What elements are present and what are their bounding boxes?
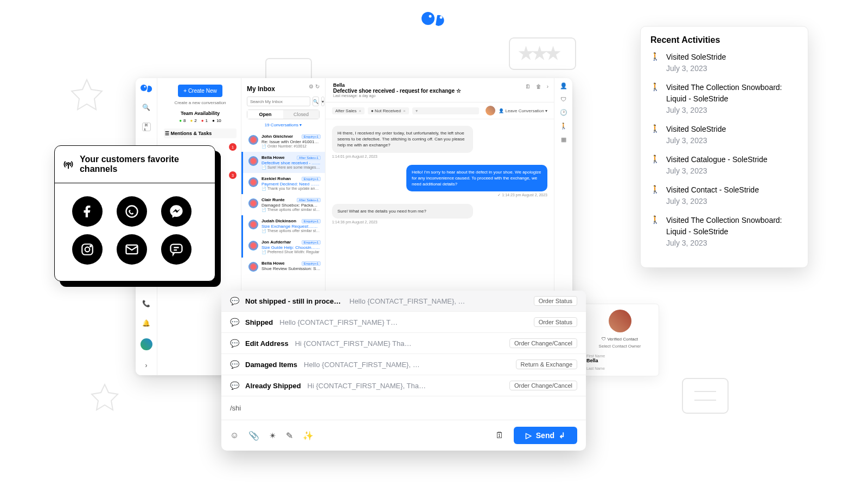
conversation-count[interactable]: 19 Conversations ▾ [241, 123, 325, 127]
message-bubble: Hello! I'm sorry to hear about the defec… [406, 165, 547, 192]
user-avatar[interactable] [141, 338, 152, 350]
avatar-icon [248, 198, 258, 208]
quick-reply-row[interactable]: 💬 Damaged Items Hello {CONTACT_FIRST_NAM… [221, 354, 586, 375]
sms-icon[interactable] [161, 234, 192, 265]
avatar-icon [248, 220, 258, 229]
quick-reply-row[interactable]: 💬 Already Shipped Hi {CONTACT_FIRST_NAME… [221, 375, 586, 396]
thread-subject: Defective shoe received - request for ex… [333, 88, 546, 94]
channels-card: Your customers favorite channels [54, 145, 215, 281]
create-new-button[interactable]: + Create New [178, 85, 222, 97]
activity-item: 🚶 Visited The Collection Snowboard: Liqu… [650, 215, 798, 249]
activity-item: 🚶 Visited SoleStrideJuly 3, 2023 [650, 124, 798, 146]
brand-mark-icon [141, 84, 152, 92]
mentions-tasks[interactable]: ☰ Mentions & Tasks [164, 129, 237, 138]
thread-last-message: Last message: a day ago [333, 94, 546, 98]
search-input[interactable] [247, 97, 310, 106]
reply-icon: 💬 [230, 297, 239, 305]
svg-point-4 [422, 12, 435, 25]
create-subtext: Create a new conversation [164, 100, 237, 105]
message-time: ✓ 1:14:23 pm August 2, 2023 [332, 193, 547, 197]
email-icon[interactable] [117, 234, 147, 265]
thread-contact-name: Bella [333, 82, 546, 88]
conversation-item[interactable]: Judah DickinsonEnquiry+1 Size Exchange R… [241, 215, 325, 236]
avatar-icon [248, 177, 258, 187]
composer-input[interactable]: /shi [221, 396, 586, 420]
tab-open[interactable]: Open [247, 110, 283, 119]
activity-item: 🚶 Visited SoleStrideJuly 3, 2023 [650, 52, 798, 74]
category-pill: Order Change/Cancel [509, 338, 577, 348]
first-name-value: Bella [586, 358, 653, 363]
whatsapp-icon[interactable] [117, 196, 147, 227]
filter-button[interactable]: ▾ [321, 97, 324, 106]
ai-icon[interactable]: ✴ [269, 431, 276, 441]
settings-icon[interactable]: ⚙ [309, 84, 314, 89]
message-time: 1:14:01 pm August 2, 2023 [332, 155, 547, 158]
refresh-icon[interactable]: ↻ [315, 84, 320, 89]
last-name-label: Last Name [586, 367, 653, 370]
expand-right-icon[interactable]: › [547, 84, 548, 89]
grid-icon[interactable]: ▦ [561, 136, 566, 143]
conversation-item[interactable]: Jon AufderharEnquiry+1 Size Guide Help: … [241, 236, 325, 258]
activities-card: Recent Activities 🚶 Visited SoleStrideJu… [640, 26, 808, 268]
walk-icon: 🚶 [650, 124, 660, 146]
contact-panel: 🛡 Verified Contact Select Contact Owner … [580, 304, 659, 376]
contact-icon[interactable]: 👤 [560, 82, 567, 89]
quick-reply-row[interactable]: 💬 Edit Address Hi {CONTACT_FIRST_NAME} T… [221, 333, 586, 354]
search-button[interactable]: 🔍 [312, 97, 319, 106]
channels-title: Your customers favorite channels [80, 155, 207, 174]
category-pill: Order Status [534, 296, 577, 306]
thread-tag[interactable]: ● Not Received× [368, 107, 409, 114]
avatar-icon [248, 241, 258, 251]
conversation-item[interactable]: Clair RunteAfter Sales+1 Damaged Shoebox… [241, 194, 325, 215]
magic-icon[interactable]: ✨ [303, 431, 314, 441]
add-tag[interactable]: ▾ [412, 107, 480, 114]
conversation-item[interactable]: John GleichnerEnquiry+1 Re: Issue with O… [241, 131, 325, 152]
svg-text:★★★: ★★★ [519, 45, 560, 62]
edit-icon[interactable]: ✎ [286, 431, 293, 441]
quick-reply-row[interactable]: 💬 Shipped Hello {CONTACT_FIRST_NAME} Th…… [221, 312, 586, 333]
attachment-icon[interactable]: 📎 [248, 431, 259, 441]
quick-reply-row[interactable]: 💬 Not shipped - still in process… Hello … [221, 291, 586, 312]
inbox-tabs[interactable]: Open Closed [247, 110, 320, 119]
contact-owner[interactable]: Select Contact Owner [586, 344, 653, 349]
svg-point-5 [429, 15, 432, 18]
svg-point-10 [126, 206, 137, 217]
category-pill: Return & Exchange [516, 359, 577, 369]
reply-icon: 💬 [230, 339, 239, 348]
send-button[interactable]: ▷ Send ↲ [514, 427, 577, 444]
clock-icon[interactable]: 🕑 [560, 109, 567, 116]
messenger-icon[interactable] [161, 196, 192, 227]
team-availability-title: Team Availability [164, 111, 237, 116]
shortcut-icon[interactable]: ⌘ k [142, 123, 151, 131]
schedule-icon[interactable]: 🗓 [495, 431, 504, 440]
category-pill: Order Change/Cancel [509, 381, 577, 390]
message-time: 1:14:36 pm August 2, 2023 [332, 220, 547, 224]
conversation-item[interactable]: Bella HoweAfter Sales+1 Defective shoe r… [241, 152, 325, 173]
walk-icon: 🚶 [650, 184, 660, 207]
tab-closed[interactable]: Closed [283, 110, 319, 119]
emoji-icon[interactable]: ☺ [230, 431, 239, 440]
bell-icon[interactable]: 🔔 [142, 319, 151, 328]
broadcast-icon [62, 158, 74, 171]
search-icon[interactable]: 🔍 [142, 103, 151, 112]
reply-icon: 💬 [230, 318, 239, 326]
conversation-item[interactable]: Ezekiel RohanEnquiry+1 Payment Declined:… [241, 173, 325, 194]
thread-tag[interactable]: After Sales× [332, 107, 365, 114]
svg-point-9 [67, 163, 69, 165]
instagram-icon[interactable] [72, 234, 103, 265]
quick-replies-popover: 💬 Not shipped - still in process… Hello … [221, 291, 586, 451]
svg-rect-3 [682, 378, 728, 413]
activity-icon[interactable]: 🚶 [560, 123, 567, 130]
leave-conversation[interactable]: 👤 Leave Conversation ▾ [499, 108, 547, 113]
assignee-avatar[interactable] [486, 106, 495, 115]
phone-icon[interactable]: 📞 [142, 299, 151, 308]
brand-logo-icon [421, 10, 447, 27]
shield-icon[interactable]: 🛡 [560, 96, 566, 102]
facebook-icon[interactable] [72, 196, 103, 227]
calendar-icon[interactable]: 🗓 [525, 84, 531, 89]
archive-icon[interactable]: 🗑 [536, 84, 541, 89]
message-bubble: Sure! What are the details you need from… [332, 204, 473, 219]
conversation-item[interactable]: Bella HoweEnquiry+1 Shoe Review Submissi… [241, 258, 325, 275]
activity-item: 🚶 Visited Catalogue - SoleStrideJuly 3, … [650, 154, 798, 177]
expand-icon[interactable]: › [142, 361, 151, 370]
